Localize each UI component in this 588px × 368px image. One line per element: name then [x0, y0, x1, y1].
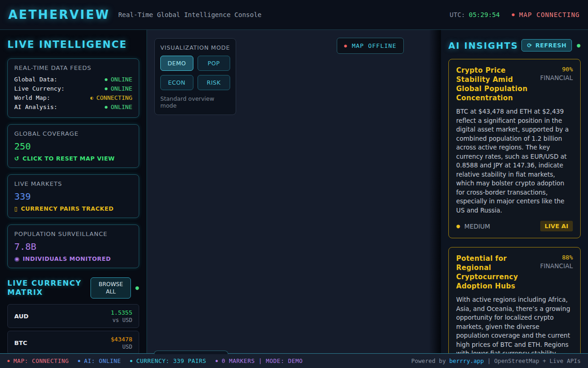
- reset-map-action[interactable]: ↺ CLICK TO RESET MAP VIEW: [14, 155, 132, 162]
- app-logo: AETHERVIEW: [8, 8, 110, 22]
- credits-label: | OpenStreetMap + Live APIs: [487, 357, 581, 364]
- population-caption-label: INDIVIDUALS MONITORED: [23, 255, 111, 262]
- app-subtitle: Real-Time Global Intelligence Console: [118, 11, 261, 18]
- population-caption: ◉ INDIVIDUALS MONITORED: [14, 255, 132, 262]
- confidence-value: 90%: [540, 66, 573, 73]
- priority-indicator: ● MEDIUM: [456, 223, 490, 230]
- ai-insights-sidebar: AI INSIGHTS ⟳ REFRESH ● Crypto Price Sta…: [441, 30, 588, 353]
- coverage-title: GLOBAL COVERAGE: [14, 130, 132, 137]
- mode-button-econ[interactable]: ECON: [160, 75, 193, 90]
- priority-label: MEDIUM: [464, 223, 490, 230]
- category-label: FINANCIAL: [540, 74, 573, 81]
- offline-label: MAP OFFLINE: [352, 42, 396, 49]
- mode-button-pop[interactable]: POP: [198, 56, 231, 71]
- markets-title: LIVE MARKETS: [14, 180, 132, 187]
- live-markets-panel: LIVE MARKETS 339 ▯ CURRENCY PAIRS TRACKE…: [7, 174, 139, 218]
- currency-value: $43478: [111, 336, 132, 343]
- status-bar: ● MAP: CONNECTING ● AI: ONLINE ● CURRENC…: [0, 353, 588, 368]
- population-title: POPULATION SURVEILLANCE: [14, 230, 132, 237]
- currency-value: 1.5355: [111, 309, 132, 316]
- feed-row-ai-analysis: AI Analysis: ●ONLINE: [14, 103, 132, 112]
- feed-row-live-currency: Live Currency: ●ONLINE: [14, 84, 132, 93]
- live-dot-icon: ●: [135, 286, 139, 290]
- visualization-mode-panel: VISUALIZATION MODE DEMO POP ECON RISK St…: [154, 38, 236, 115]
- feed-status-text: ONLINE: [111, 84, 132, 93]
- population-panel: POPULATION SURVEILLANCE 7.8B ◉ INDIVIDUA…: [7, 224, 139, 268]
- population-value: 7.8B: [14, 241, 132, 252]
- utc-time: 05:29:54: [469, 11, 500, 18]
- status-dot-icon: ●: [512, 12, 515, 17]
- online-dot-icon: ●: [105, 77, 107, 82]
- insight-title: Potential for Regional Cryptocurrency Ad…: [456, 254, 536, 291]
- live-ai-badge: LIVE AI: [540, 221, 573, 231]
- refresh-button[interactable]: ⟳ REFRESH: [521, 39, 572, 52]
- status-dot-icon: ●: [7, 359, 10, 363]
- status-markers-mode: ● 0 MARKERS | MODE: DEMO: [215, 357, 303, 364]
- status-ai: ● AI: ONLINE: [78, 357, 121, 364]
- confidence-value: 88%: [540, 254, 573, 261]
- status-map: ● MAP: CONNECTING: [7, 357, 69, 364]
- status-map-text: MAP: CONNECTING: [13, 357, 68, 364]
- powered-by: Powered by berrry.app | OpenStreetMap + …: [411, 357, 581, 364]
- map-offline-badge: ● MAP OFFLINE: [337, 38, 404, 54]
- viz-panel-title: VISUALIZATION MODE: [160, 44, 230, 51]
- coverage-value: 250: [14, 141, 132, 152]
- feed-label: AI Analysis:: [14, 103, 57, 112]
- feed-row-global-data: Global Data: ●ONLINE: [14, 75, 132, 84]
- connecting-halfmoon-icon: ◐: [90, 96, 93, 100]
- browse-all-button[interactable]: BROWSE ALL: [90, 277, 131, 299]
- utc-label: UTC:: [450, 11, 465, 18]
- insight-body: With active regions including Africa, As…: [456, 295, 573, 353]
- markets-caption: ▯ CURRENCY PAIRS TRACKED: [14, 205, 132, 212]
- refresh-icon: ⟳: [527, 42, 532, 49]
- category-label: FINANCIAL: [540, 262, 573, 270]
- mode-button-risk[interactable]: RISK: [198, 75, 231, 90]
- feed-label: Live Currency:: [14, 84, 65, 93]
- data-feeds-panel: REAL-TIME DATA FEEDS Global Data: ●ONLIN…: [7, 58, 139, 118]
- markets-caption-label: CURRENCY PAIRS TRACKED: [21, 205, 113, 212]
- map-status-badge: ● MAP CONNECTING: [512, 11, 580, 18]
- feed-status-text: ONLINE: [111, 103, 132, 112]
- insights-title: AI INSIGHTS: [448, 40, 518, 51]
- viz-mode-caption: Standard overview mode: [160, 95, 230, 109]
- status-currency: ● CURRENCY: 339 PAIRS: [130, 357, 206, 364]
- live-intelligence-sidebar: LIVE INTELLIGENCE REAL-TIME DATA FEEDS G…: [0, 30, 147, 353]
- map-status-label: MAP CONNECTING: [519, 11, 580, 18]
- feed-row-world-map: World Map: ◐CONNECTING: [14, 93, 132, 103]
- priority-dot-icon: ●: [456, 224, 460, 229]
- currency-row-btc[interactable]: BTC $43478 USD: [7, 331, 139, 353]
- sidebar-title: LIVE INTELLIGENCE: [7, 39, 139, 50]
- insight-card: Crypto Price Stability Amid Global Popul…: [448, 59, 581, 238]
- berrry-app-link[interactable]: berrry.app: [449, 357, 484, 364]
- insight-body: BTC at $43,478 and ETH at $2,439 reflect…: [456, 107, 573, 215]
- status-markers-text: 0 MARKERS | MODE: DEMO: [221, 357, 303, 364]
- feed-label: World Map:: [14, 93, 50, 103]
- status-ai-text: AI: ONLINE: [84, 357, 121, 364]
- status-dot-icon: ●: [215, 359, 218, 363]
- status-dot-icon: ●: [130, 359, 132, 363]
- online-dot-icon: ●: [105, 105, 107, 109]
- refresh-label: REFRESH: [535, 42, 566, 49]
- world-map-area[interactable]: VISUALIZATION MODE DEMO POP ECON RISK St…: [147, 30, 441, 353]
- reset-icon: ↺: [14, 155, 19, 162]
- feed-label: Global Data:: [14, 75, 57, 84]
- status-dot-icon: ●: [78, 359, 80, 363]
- feed-status-text: CONNECTING: [96, 93, 132, 103]
- utc-clock: UTC:05:29:54: [450, 11, 500, 18]
- reset-label: CLICK TO RESET MAP VIEW: [23, 155, 115, 162]
- insight-title: Crypto Price Stability Amid Global Popul…: [456, 66, 536, 103]
- app-header: AETHERVIEW Real-Time Global Intelligence…: [0, 0, 588, 29]
- online-dot-icon: ●: [105, 86, 107, 91]
- feed-status-text: ONLINE: [111, 75, 132, 84]
- currency-code: BTC: [14, 339, 27, 346]
- currency-code: AUD: [14, 313, 28, 320]
- insight-card: Potential for Regional Cryptocurrency Ad…: [448, 247, 581, 353]
- currency-matrix-title: LIVE CURRENCY MATRIX: [7, 279, 85, 297]
- mode-button-demo[interactable]: DEMO: [160, 56, 193, 71]
- map-bottom-panel-clipped: [154, 351, 228, 354]
- offline-dot-icon: ●: [344, 44, 347, 48]
- global-coverage-panel[interactable]: GLOBAL COVERAGE 250 ↺ CLICK TO RESET MAP…: [7, 124, 139, 168]
- currency-row-aud[interactable]: AUD 1.5355 vs USD: [7, 304, 139, 328]
- insights-live-dot-icon: ●: [577, 43, 581, 48]
- currency-sub: vs USD: [111, 317, 132, 323]
